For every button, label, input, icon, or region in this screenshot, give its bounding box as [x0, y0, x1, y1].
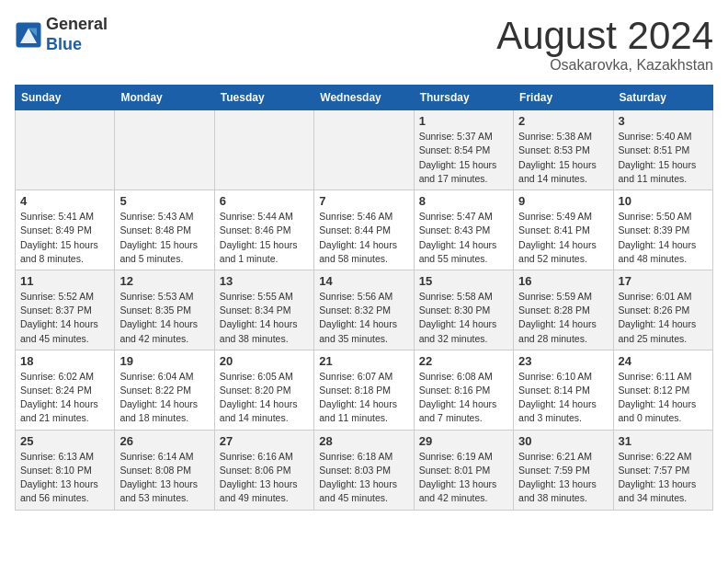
calendar-cell: 20Sunrise: 6:05 AM Sunset: 8:20 PM Dayli…: [214, 350, 313, 430]
day-info: Sunrise: 5:46 AM Sunset: 8:44 PM Dayligh…: [319, 210, 408, 266]
calendar-cell: 17Sunrise: 6:01 AM Sunset: 8:26 PM Dayli…: [613, 270, 712, 350]
day-info: Sunrise: 6:13 AM Sunset: 8:10 PM Dayligh…: [20, 450, 109, 506]
day-info: Sunrise: 5:56 AM Sunset: 8:32 PM Dayligh…: [319, 290, 408, 346]
weekday-header: Thursday: [414, 86, 513, 110]
page-header: General Blue August 2024 Osakarovka, Kaz…: [15, 15, 713, 74]
logo-blue-text: Blue: [46, 35, 82, 53]
day-number: 29: [419, 434, 508, 448]
logo: General Blue: [15, 15, 108, 54]
day-number: 6: [220, 194, 309, 208]
calendar-cell: [214, 110, 313, 190]
calendar-cell: 27Sunrise: 6:16 AM Sunset: 8:06 PM Dayli…: [214, 430, 313, 510]
calendar-cell: 26Sunrise: 6:14 AM Sunset: 8:08 PM Dayli…: [115, 430, 214, 510]
calendar-cell: 10Sunrise: 5:50 AM Sunset: 8:39 PM Dayli…: [613, 190, 712, 270]
weekday-header: Friday: [514, 86, 613, 110]
calendar-cell: 25Sunrise: 6:13 AM Sunset: 8:10 PM Dayli…: [16, 430, 115, 510]
calendar-cell: 1Sunrise: 5:37 AM Sunset: 8:54 PM Daylig…: [414, 110, 513, 190]
day-number: 26: [119, 434, 209, 448]
calendar-cell: 16Sunrise: 5:59 AM Sunset: 8:28 PM Dayli…: [514, 270, 613, 350]
day-number: 13: [220, 274, 309, 288]
day-number: 14: [319, 274, 408, 288]
day-number: 12: [119, 274, 209, 288]
weekday-header: Monday: [115, 86, 214, 110]
day-number: 4: [20, 194, 109, 208]
day-number: 2: [518, 114, 608, 128]
calendar-cell: [16, 110, 115, 190]
day-number: 7: [319, 194, 408, 208]
day-info: Sunrise: 6:14 AM Sunset: 8:08 PM Dayligh…: [119, 450, 209, 506]
day-number: 3: [619, 114, 708, 128]
day-info: Sunrise: 6:10 AM Sunset: 8:14 PM Dayligh…: [518, 370, 608, 426]
day-info: Sunrise: 6:02 AM Sunset: 8:24 PM Dayligh…: [20, 370, 109, 426]
calendar-week-row: 4Sunrise: 5:41 AM Sunset: 8:49 PM Daylig…: [16, 190, 713, 270]
calendar-cell: 2Sunrise: 5:38 AM Sunset: 8:53 PM Daylig…: [514, 110, 613, 190]
day-number: 18: [20, 354, 109, 368]
day-number: 31: [619, 434, 708, 448]
day-info: Sunrise: 5:38 AM Sunset: 8:53 PM Dayligh…: [518, 130, 608, 186]
day-info: Sunrise: 5:49 AM Sunset: 8:41 PM Dayligh…: [518, 210, 608, 266]
calendar-cell: 8Sunrise: 5:47 AM Sunset: 8:43 PM Daylig…: [414, 190, 513, 270]
day-number: 8: [419, 194, 508, 208]
day-info: Sunrise: 6:05 AM Sunset: 8:20 PM Dayligh…: [220, 370, 309, 426]
day-number: 20: [220, 354, 309, 368]
day-info: Sunrise: 6:07 AM Sunset: 8:18 PM Dayligh…: [319, 370, 408, 426]
day-number: 23: [518, 354, 608, 368]
day-info: Sunrise: 6:18 AM Sunset: 8:03 PM Dayligh…: [319, 450, 408, 506]
day-info: Sunrise: 6:16 AM Sunset: 8:06 PM Dayligh…: [220, 450, 309, 506]
day-info: Sunrise: 5:40 AM Sunset: 8:51 PM Dayligh…: [619, 130, 708, 186]
calendar-cell: 14Sunrise: 5:56 AM Sunset: 8:32 PM Dayli…: [314, 270, 414, 350]
day-number: 10: [619, 194, 708, 208]
calendar-week-row: 1Sunrise: 5:37 AM Sunset: 8:54 PM Daylig…: [16, 110, 713, 190]
day-number: 11: [20, 274, 109, 288]
day-info: Sunrise: 5:58 AM Sunset: 8:30 PM Dayligh…: [419, 290, 508, 346]
day-number: 9: [518, 194, 608, 208]
day-number: 24: [619, 354, 708, 368]
calendar-cell: 19Sunrise: 6:04 AM Sunset: 8:22 PM Dayli…: [115, 350, 214, 430]
calendar-cell: 29Sunrise: 6:19 AM Sunset: 8:01 PM Dayli…: [414, 430, 513, 510]
calendar-cell: 22Sunrise: 6:08 AM Sunset: 8:16 PM Dayli…: [414, 350, 513, 430]
calendar-cell: [314, 110, 414, 190]
day-info: Sunrise: 6:19 AM Sunset: 8:01 PM Dayligh…: [419, 450, 508, 506]
calendar-cell: 21Sunrise: 6:07 AM Sunset: 8:18 PM Dayli…: [314, 350, 414, 430]
day-number: 15: [419, 274, 508, 288]
location-text: Osakarovka, Kazakhstan: [496, 57, 713, 74]
day-info: Sunrise: 5:47 AM Sunset: 8:43 PM Dayligh…: [419, 210, 508, 266]
month-title: August 2024: [496, 15, 713, 57]
weekday-header: Tuesday: [214, 86, 313, 110]
weekday-header: Sunday: [16, 86, 115, 110]
calendar-cell: [115, 110, 214, 190]
day-number: 30: [518, 434, 608, 448]
day-info: Sunrise: 5:59 AM Sunset: 8:28 PM Dayligh…: [518, 290, 608, 346]
logo-text: General Blue: [46, 15, 108, 54]
calendar-week-row: 25Sunrise: 6:13 AM Sunset: 8:10 PM Dayli…: [16, 430, 713, 510]
day-info: Sunrise: 5:55 AM Sunset: 8:34 PM Dayligh…: [220, 290, 309, 346]
logo-icon: [15, 21, 42, 49]
calendar-cell: 30Sunrise: 6:21 AM Sunset: 7:59 PM Dayli…: [514, 430, 613, 510]
weekday-header: Saturday: [613, 86, 712, 110]
logo-general-text: General: [46, 15, 108, 33]
weekday-header: Wednesday: [314, 86, 414, 110]
day-number: 21: [319, 354, 408, 368]
calendar-cell: 24Sunrise: 6:11 AM Sunset: 8:12 PM Dayli…: [613, 350, 712, 430]
calendar-week-row: 11Sunrise: 5:52 AM Sunset: 8:37 PM Dayli…: [16, 270, 713, 350]
calendar-cell: 12Sunrise: 5:53 AM Sunset: 8:35 PM Dayli…: [115, 270, 214, 350]
calendar-cell: 9Sunrise: 5:49 AM Sunset: 8:41 PM Daylig…: [514, 190, 613, 270]
title-block: August 2024 Osakarovka, Kazakhstan: [496, 15, 713, 74]
calendar-cell: 11Sunrise: 5:52 AM Sunset: 8:37 PM Dayli…: [16, 270, 115, 350]
day-number: 25: [20, 434, 109, 448]
calendar-cell: 28Sunrise: 6:18 AM Sunset: 8:03 PM Dayli…: [314, 430, 414, 510]
day-info: Sunrise: 5:50 AM Sunset: 8:39 PM Dayligh…: [619, 210, 708, 266]
day-number: 19: [119, 354, 209, 368]
day-info: Sunrise: 6:01 AM Sunset: 8:26 PM Dayligh…: [619, 290, 708, 346]
day-number: 28: [319, 434, 408, 448]
day-number: 27: [220, 434, 309, 448]
calendar-cell: 4Sunrise: 5:41 AM Sunset: 8:49 PM Daylig…: [16, 190, 115, 270]
day-info: Sunrise: 6:11 AM Sunset: 8:12 PM Dayligh…: [619, 370, 708, 426]
calendar-week-row: 18Sunrise: 6:02 AM Sunset: 8:24 PM Dayli…: [16, 350, 713, 430]
day-info: Sunrise: 5:52 AM Sunset: 8:37 PM Dayligh…: [20, 290, 109, 346]
weekday-header-row: SundayMondayTuesdayWednesdayThursdayFrid…: [16, 86, 713, 110]
day-info: Sunrise: 6:22 AM Sunset: 7:57 PM Dayligh…: [619, 450, 708, 506]
calendar-cell: 5Sunrise: 5:43 AM Sunset: 8:48 PM Daylig…: [115, 190, 214, 270]
day-number: 5: [119, 194, 209, 208]
calendar-cell: 13Sunrise: 5:55 AM Sunset: 8:34 PM Dayli…: [214, 270, 313, 350]
